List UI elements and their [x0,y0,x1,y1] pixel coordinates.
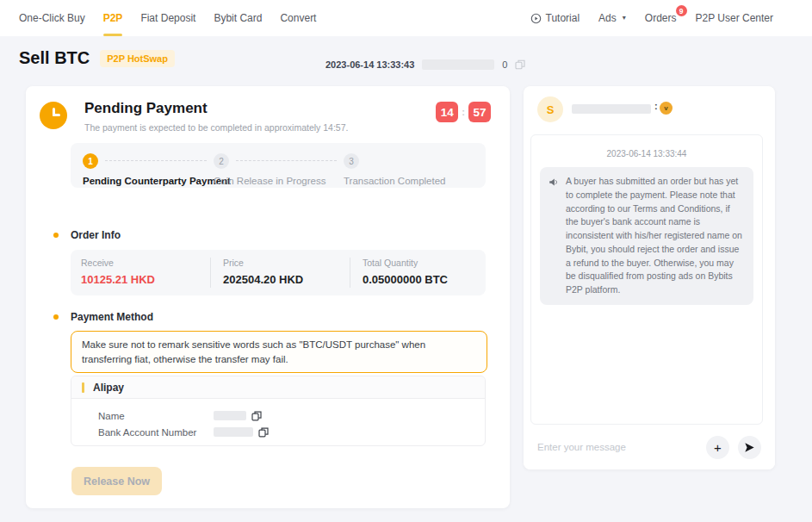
redacted-account-value [214,427,253,437]
page-header: Sell BTC P2P HotSwap [19,48,175,68]
order-number-last-digit: 0 [502,59,507,70]
plus-icon: + [714,440,722,455]
system-message-bubble: A buyer has submitted an order but has y… [540,167,753,305]
payment-method-header: Alipay [71,376,485,399]
chat-message-input[interactable] [537,442,697,452]
step-1-label: Pending Counterparty Payment [83,176,231,186]
price-value: 202504.20 HKD [223,273,350,286]
p2p-user-center-link[interactable]: P2P User Center [696,0,774,36]
step-3-circle: 3 [344,153,359,169]
step-connector [236,160,337,161]
clock-icon [40,102,67,129]
step-1-circle: 1 [83,153,98,169]
tutorial-play-icon [530,13,542,24]
p2p-hotswap-badge: P2P HotSwap [100,50,175,67]
orders-label: Orders [645,0,677,36]
name-suffix: : [654,101,658,111]
status-title: Pending Payment [84,100,491,117]
payment-method-title: Payment Method [71,311,153,323]
transfer-warning-text: Make sure not to remark sensitive words … [82,338,476,366]
redacted-order-number [422,59,494,70]
section-bullet-icon [53,314,59,320]
attach-button[interactable]: + [706,436,729,459]
order-info-field: Price 202504.20 HKD [210,258,350,288]
nav-right-group: Tutorial Ads ▾ Orders 9 P2P User Center [530,0,773,36]
copy-name-icon[interactable] [251,411,262,421]
timer-minutes: 14 [436,102,458,122]
tutorial-link[interactable]: Tutorial [530,0,580,36]
orders-count-badge: 9 [676,5,687,16]
chat-panel: S : v 2023-06-14 13:33:44 A buyer has su… [524,86,775,469]
field-label: Total Quantity [363,258,486,268]
order-info-title: Order Info [71,229,121,241]
send-button[interactable] [738,436,761,459]
copy-order-number-icon[interactable] [515,59,525,70]
nav-p2p[interactable]: P2P [103,0,123,36]
nav-convert[interactable]: Convert [280,0,316,36]
step-2-label: Coin Release in Progress [214,176,325,186]
countdown-timer: 14 : 57 [436,102,491,122]
ads-dropdown[interactable]: Ads ▾ [598,0,626,36]
chat-messages-area[interactable]: 2023-06-14 13:33:44 A buyer has submitte… [530,134,763,425]
name-label: Name [98,411,214,421]
order-info-section-title: Order Info [53,229,121,241]
bank-account-label: Bank Account Number [98,427,214,438]
payment-method-section-title: Payment Method [53,311,153,323]
order-info-panel: Receive 10125.21 HKD Price 202504.20 HKD… [71,250,486,295]
message-timestamp: 2023-06-14 13:33:44 [531,149,762,158]
field-label: Receive [81,258,210,268]
order-meta: 2023-06-14 13:33:43 0 [325,59,525,70]
order-created-timestamp: 2023-06-14 13:33:43 [325,59,414,70]
step-connector [105,160,207,161]
status-subtitle: The payment is expected to be completed … [84,122,491,133]
ads-label: Ads [598,0,617,36]
accent-bar [82,382,84,393]
chevron-down-icon: ▾ [623,0,626,36]
receive-amount: 10125.21 HKD [81,273,210,286]
counterparty-avatar[interactable]: S [537,96,563,122]
nav-fiat-deposit[interactable]: Fiat Deposit [140,0,195,36]
section-bullet-icon [53,233,59,238]
page-title: Sell BTC [19,48,90,68]
payment-method-box: Alipay Name Bank Account Number [71,376,486,446]
payment-detail-row: Bank Account Number [98,424,485,440]
chat-header: S : v [537,96,763,124]
send-icon [744,442,755,453]
payment-detail-row: Name [98,407,485,424]
verified-badge-icon: v [660,102,673,115]
chat-input-row: + [524,425,775,469]
order-info-field: Total Quantity 0.05000000 BTC [350,258,486,288]
total-quantity-value: 0.05000000 BTC [363,273,486,286]
field-label: Price [223,258,350,268]
orders-link[interactable]: Orders 9 [645,0,677,36]
tutorial-label: Tutorial [546,0,580,36]
step-2-circle: 2 [214,153,229,169]
system-message-text: A buyer has submitted an order but has y… [566,175,745,297]
top-navigation: One-Click Buy P2P Fiat Deposit Bybit Car… [0,0,812,36]
timer-seconds: 57 [468,102,491,122]
nav-one-click-buy[interactable]: One-Click Buy [19,0,85,36]
order-info-field: Receive 10125.21 HKD [71,258,210,288]
announcement-icon [549,176,560,187]
payment-method-name: Alipay [93,382,124,394]
copy-account-icon[interactable] [258,427,269,438]
nav-bybit-card[interactable]: Bybit Card [214,0,262,36]
nav-left-group: One-Click Buy P2P Fiat Deposit Bybit Car… [19,0,316,36]
step-3-label: Transaction Completed [344,176,445,186]
progress-steps: 1 2 3 Pending Counterparty Payment Coin … [71,143,486,188]
status-header: Pending Payment The payment is expected … [40,100,491,133]
redacted-counterparty-name [572,104,651,114]
timer-colon: : [462,107,465,117]
release-now-button[interactable]: Release Now [71,467,162,495]
transfer-warning: Make sure not to remark sensitive words … [71,331,487,373]
order-detail-card: Pending Payment The payment is expected … [26,86,510,508]
redacted-name-value [214,411,246,420]
